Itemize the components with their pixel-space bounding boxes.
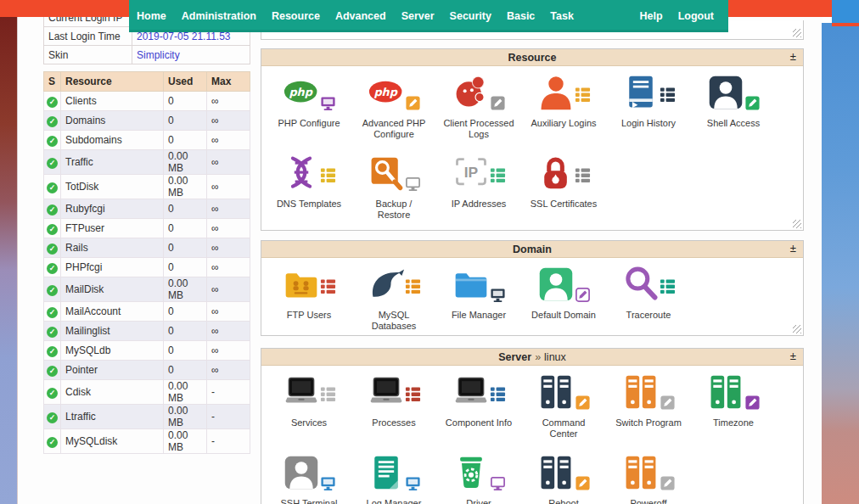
check-circle-icon: ✓ [47, 224, 58, 235]
app-tile-advanced-php-configure[interactable]: phpAdvanced PHP Configure [351, 71, 436, 140]
resource-used: 0 [164, 92, 207, 111]
tile-icon-group [706, 373, 761, 413]
app-tile-backup-restore[interactable]: Backup / Restore [351, 152, 436, 221]
app-tile-driver-configuration[interactable]: Driver Configuration [436, 451, 521, 504]
tile-label: PHP Configure [278, 118, 340, 129]
resource-used: 0.00 MB [164, 175, 207, 199]
list-badge-icon [575, 87, 591, 106]
resource-max: ∞ [207, 199, 250, 219]
app-tile-timezone[interactable]: Timezone [691, 371, 776, 428]
app-tile-php-configure[interactable]: phpPHP Configure [267, 71, 351, 129]
panel-collapse-toggle[interactable]: ± [790, 350, 796, 362]
panel-collapse-toggle[interactable]: ± [790, 242, 796, 255]
book-icon [622, 74, 660, 115]
tile-icon-group [536, 454, 591, 494]
app-tile-auxiliary-logins[interactable]: Auxiliary Logins [521, 71, 606, 129]
app-tile-file-manager[interactable]: File Manager [436, 263, 521, 321]
app-tile-poweroff[interactable]: Poweroff [606, 451, 691, 504]
trash-gear-icon [452, 454, 490, 495]
tile-icon-group [536, 74, 591, 114]
dna-icon [283, 154, 320, 195]
nav-item-help[interactable]: Help [632, 10, 671, 22]
nav-item-home[interactable]: Home [129, 10, 174, 22]
check-circle-icon: ✓ [47, 285, 58, 296]
document-icon [368, 454, 405, 495]
tile-icon-group [367, 266, 421, 305]
column-header-max: Max [207, 72, 250, 92]
check-circle-icon: ✓ [47, 263, 58, 274]
panel-resource: Resource±phpPHP ConfigurephpAdvanced PHP… [261, 48, 804, 231]
app-tile-default-domain[interactable]: Default Domain [521, 263, 606, 321]
resource-used: 0.00 MB [164, 405, 207, 429]
bug-icon [452, 74, 490, 115]
table-row: ✓FTPuser0∞ [44, 219, 250, 238]
app-tile-ssh-terminal[interactable]: SSH Terminal [267, 451, 351, 504]
app-tile-ssl-certificates[interactable]: SSL Certificates [521, 152, 606, 210]
app-tile-log-manager[interactable]: Log Manager [351, 451, 436, 504]
app-tile-mysql-databases[interactable]: MySQL Databases [351, 263, 436, 332]
app-tile-ip-addresses[interactable]: IPIP Addresses [436, 152, 521, 210]
edit-badge-icon [405, 95, 421, 115]
resource-used: 0 [164, 219, 207, 238]
app-tile-shell-access[interactable]: Shell Access [691, 71, 776, 129]
nav-item-logout[interactable]: Logout [671, 10, 721, 22]
app-tile-login-history[interactable]: Login History [606, 71, 691, 129]
folder-icon [452, 266, 490, 306]
tile-icon-group [367, 454, 421, 494]
resource-name: Domains [61, 111, 164, 131]
resource-max: ∞ [207, 238, 250, 258]
app-tile-processes[interactable]: Processes [351, 371, 436, 428]
resize-handle[interactable] [793, 220, 801, 228]
nav-item-advanced[interactable]: Advanced [328, 10, 394, 22]
check-circle-icon: ✓ [47, 307, 58, 318]
resize-handle[interactable] [793, 325, 801, 333]
resource-name: Rubyfcgi [61, 199, 164, 219]
list-badge-icon [320, 386, 336, 406]
resource-max: ∞ [207, 277, 250, 302]
tile-label: SSL Certificates [531, 199, 597, 210]
resource-max: - [207, 429, 250, 454]
resource-used: 0 [164, 199, 207, 219]
tile-label: Timezone [713, 417, 754, 428]
nav-item-resource[interactable]: Resource [264, 10, 328, 22]
nav-item-basic[interactable]: Basic [499, 10, 542, 22]
app-tile-dns-templates[interactable]: DNS Templates [267, 152, 351, 210]
table-row: ✓Cdisk0.00 MB- [44, 380, 250, 405]
tile-label: Poweroff [630, 498, 666, 504]
panel-collapse-toggle[interactable]: ± [790, 50, 796, 63]
tile-label: Login History [621, 118, 676, 129]
app-tile-component-info[interactable]: Component Info [436, 371, 521, 428]
nav-item-server[interactable]: Server [394, 10, 442, 22]
nav-item-task[interactable]: Task [542, 10, 581, 22]
nav-item-administration[interactable]: Administration [174, 10, 264, 22]
panel-body: ServicesProcessesComponent InfoCommand C… [261, 366, 803, 504]
skin-value-link[interactable]: Simplicity [137, 49, 180, 61]
main-navbar: HomeAdministrationResourceAdvancedServer… [129, 0, 728, 32]
app-tile-command-center[interactable]: Command Center [521, 371, 606, 440]
tile-label: FTP Users [287, 310, 331, 321]
skin-label: Skin [44, 46, 132, 64]
app-tile-traceroute[interactable]: Traceroute [606, 263, 691, 321]
nav-item-security[interactable]: Security [442, 10, 499, 22]
resource-used: 0.00 MB [164, 380, 207, 405]
resource-name: Subdomains [61, 131, 164, 150]
svg-text:IP: IP [464, 164, 479, 181]
resource-name: Cdisk [61, 380, 164, 405]
table-row: ✓Clients0∞ [44, 92, 250, 111]
app-tile-services[interactable]: Services [267, 371, 351, 428]
app-tile-ftp-users[interactable]: FTP Users [267, 263, 351, 321]
lock-icon [537, 154, 575, 195]
app-tile-client-processed-logs[interactable]: Client Processed Logs [436, 71, 521, 140]
check-circle-icon: ✓ [47, 97, 58, 108]
folder-users-icon [283, 266, 320, 306]
resource-used: 0 [164, 302, 207, 322]
app-tile-reboot[interactable]: Reboot [521, 451, 606, 504]
resource-used: 0.00 MB [164, 277, 207, 302]
app-tile-switch-program[interactable]: Switch Program [606, 371, 691, 428]
table-row: Skin Simplicity [44, 46, 250, 64]
resize-handle[interactable] [793, 29, 801, 37]
edit-badge-icon [744, 95, 761, 115]
resource-max: ∞ [207, 111, 250, 131]
resource-name: TotDisk [61, 175, 164, 199]
resource-max: ∞ [207, 92, 250, 111]
